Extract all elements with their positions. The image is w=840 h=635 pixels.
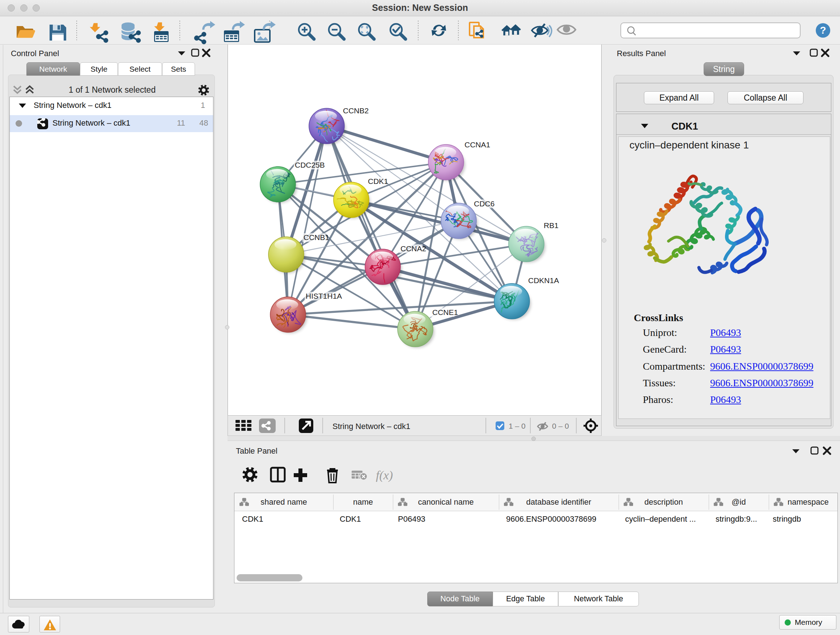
svg-text:1 – 0: 1 – 0 [508,422,526,430]
svg-text:RB1: RB1 [544,221,559,230]
svg-text:HIST1H1A: HIST1H1A [306,292,342,300]
svg-text:String Network – cdk1: String Network – cdk1 [332,422,410,431]
svg-text:CCNB2: CCNB2 [343,106,369,115]
svg-text:CDK1: CDK1 [368,177,388,185]
svg-text:f(x): f(x) [376,469,393,482]
svg-text:CDC25B: CDC25B [295,161,325,169]
svg-text:CCNB1: CCNB1 [303,233,329,241]
svg-text:0 – 0: 0 – 0 [552,422,569,430]
svg-text:CCNA1: CCNA1 [464,141,490,149]
svg-text:CDC6: CDC6 [474,200,494,208]
svg-text:?: ? [820,25,826,36]
svg-text:CDKN1A: CDKN1A [528,276,559,285]
svg-text:CCNE1: CCNE1 [432,308,458,317]
svg-text:CCNA2: CCNA2 [401,244,426,253]
